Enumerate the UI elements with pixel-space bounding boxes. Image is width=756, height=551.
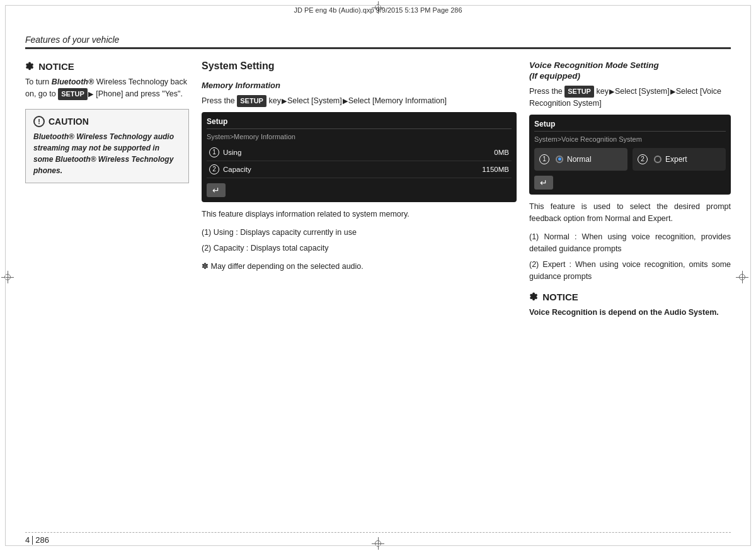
vr-option-expert[interactable]: 2 Expert — [633, 148, 726, 171]
vr-option-expert-label: Expert — [665, 155, 687, 164]
row-value-1: 0MB — [494, 149, 509, 156]
vr-option-normal[interactable]: 1 Normal — [534, 148, 627, 171]
row-num-1: 1 — [209, 147, 219, 157]
vr-press-instruction: Press the SETUP key▶Select [System]▶Sele… — [529, 86, 731, 110]
press-instruction: Press the SETUP key▶Select [System]▶Sele… — [202, 95, 517, 107]
vr-setup-screen: Setup System>Voice Recognition System 1 … — [529, 115, 731, 195]
row-label-2: Capacity — [223, 166, 251, 173]
footer: 4 286 — [25, 532, 731, 545]
middle-setup-badge: SETUP — [237, 95, 266, 107]
radio-normal — [556, 156, 563, 163]
back-button[interactable]: ↵ — [207, 183, 226, 197]
sub-section-title: Memory Information — [202, 81, 517, 90]
list-item-2: (2) Capacity : Displays total capacity — [202, 242, 517, 254]
caution-box: ! CAUTION Bluetooth® Wireless Technology… — [25, 109, 189, 183]
page-title: Features of your vehicle — [25, 35, 119, 45]
row-num-2: 2 — [209, 164, 219, 174]
caution-title: ! CAUTION — [33, 116, 181, 127]
notice-star: ✽ — [25, 61, 33, 72]
vr-num-2: 2 — [638, 154, 648, 164]
vr-setup-sub-header: System>Voice Recognition System — [534, 135, 726, 143]
vr-setup-header: Setup — [534, 120, 726, 132]
vr-notice-bottom: ✽ NOTICE Voice Recognition is depend on … — [529, 291, 731, 319]
header-bar: Features of your vehicle — [25, 35, 731, 49]
vr-notice-title: ✽ NOTICE — [529, 291, 731, 303]
section-title: System Setting — [202, 60, 517, 72]
col-middle: System Setting Memory Information Press … — [202, 60, 517, 273]
vr-body-text: This feature is used to select the desir… — [529, 201, 731, 225]
row-label-1: Using — [223, 149, 241, 156]
vr-notice-text: Voice Recognition is depend on the Audio… — [529, 307, 731, 319]
col-left: ✽ NOTICE To turn Bluetooth® Wireless Tec… — [25, 60, 189, 183]
caution-icon: ! — [33, 116, 45, 127]
notice-block: ✽ NOTICE To turn Bluetooth® Wireless Tec… — [25, 60, 189, 100]
vr-list-item-1: (1) Normal : When using voice recognitio… — [529, 231, 731, 255]
vr-option-normal-label: Normal — [567, 155, 592, 164]
body-text: This feature displays information relate… — [202, 208, 517, 220]
note-text: ✽ May differ depending on the selected a… — [202, 261, 517, 273]
vr-list-item-2: (2) Expert : When using voice recognitio… — [529, 259, 731, 283]
list-item-1: (1) Using : Displays capacity currently … — [202, 227, 517, 239]
setup-screen: Setup System>Memory Information 1 Using … — [202, 112, 517, 202]
notice-title: ✽ NOTICE — [25, 60, 189, 72]
setup-screen-header: Setup — [207, 117, 512, 129]
vr-title-line2: (If equipped) — [529, 71, 731, 81]
caution-text: Bluetooth® Wireless Technology audio str… — [33, 131, 181, 176]
right-setup-badge: SETUP — [564, 86, 594, 98]
vr-options: 1 Normal 2 Expert — [534, 148, 726, 171]
columns: ✽ NOTICE To turn Bluetooth® Wireless Tec… — [25, 60, 731, 319]
setup-sub-header: System>Memory Information — [207, 133, 512, 140]
row-value-2: 1150MB — [482, 166, 509, 173]
col-right: Voice Recognition Mode Setting (If equip… — [529, 60, 731, 319]
vr-num-1: 1 — [539, 154, 549, 164]
notice-text: To turn Bluetooth® Wireless Technology b… — [25, 76, 189, 100]
vr-title-line1: Voice Recognition Mode Setting — [529, 60, 731, 70]
table-row: 1 Using 0MB — [207, 144, 512, 161]
notice-label: NOTICE — [38, 61, 74, 72]
main-content: Features of your vehicle ✽ NOTICE To tur… — [25, 35, 731, 526]
setup-badge: SETUP — [58, 88, 88, 100]
radio-expert — [654, 156, 662, 163]
vr-back-button[interactable]: ↵ — [534, 176, 553, 190]
table-row: 2 Capacity 1150MB — [207, 161, 512, 178]
footer-number: 4 286 — [25, 535, 49, 545]
